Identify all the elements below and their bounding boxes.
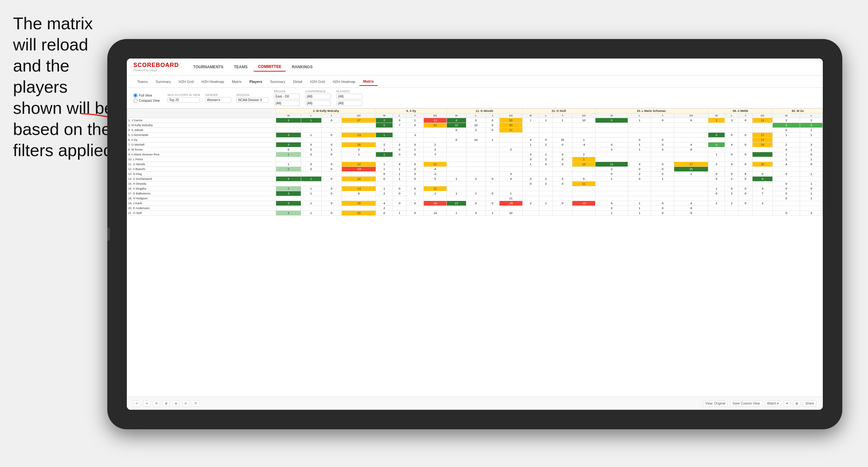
sub-nav-detail[interactable]: Detail <box>289 78 306 86</box>
sh-t2: T <box>406 114 424 118</box>
nav-tournaments[interactable]: TOURNAMENTS <box>189 63 228 71</box>
header-mulcahy: 2. M Kelly Mulcahy <box>276 108 376 114</box>
sub-nav-h2h-heatmap[interactable]: H2H Heatmap <box>197 78 228 86</box>
full-view-radio[interactable] <box>133 93 137 98</box>
full-view-label: Full View <box>139 94 152 97</box>
nav-teams[interactable]: TEAMS <box>229 63 252 71</box>
logo-powered: Powered by clippd <box>133 69 179 72</box>
full-view-option[interactable]: Full View <box>133 93 160 98</box>
sh-w6: W <box>708 114 724 118</box>
sh-l7: L <box>800 114 823 118</box>
matrix-content[interactable]: 2. M Kelly Mulcahy 6. A Dy 11. G Woods 2… <box>127 108 823 397</box>
sh-l6: L <box>725 114 739 118</box>
view-original-button[interactable]: View: Original <box>703 400 728 406</box>
player-name: 5. A Nomrowski <box>127 133 276 137</box>
sub-nav-h2h-grid2[interactable]: H2H Grid <box>306 78 329 86</box>
sh-l3: L <box>466 114 486 118</box>
region-select-2[interactable]: (All) <box>274 100 300 106</box>
sh-t6: T <box>739 114 752 118</box>
tablet-device: SCOREBOARD Powered by clippd TOURNAMENTS… <box>107 39 842 429</box>
compact-view-radio[interactable] <box>133 98 137 103</box>
player-name: 3. S Jelinek <box>127 128 276 133</box>
sub-nav-summary[interactable]: Summary <box>152 78 175 86</box>
gender-select[interactable]: Women's Men's <box>205 97 231 103</box>
division-label: Division <box>237 93 269 97</box>
sub-nav-matrix[interactable]: Matrix <box>228 78 246 86</box>
zoom-out-icon: ⊖ <box>175 402 177 405</box>
sub-nav-summary2[interactable]: Summary <box>266 78 289 86</box>
region-label: Region <box>274 90 300 93</box>
conference-select-1[interactable]: (All) <box>305 94 331 99</box>
fit-icon: ⊙ <box>184 402 187 405</box>
player-name: 13. N Klug <box>127 172 276 177</box>
player-name: 8. M Torres <box>127 147 276 152</box>
logo-scoreboard: SCOREBOARD <box>133 62 179 69</box>
region-select-1[interactable]: East - DII (All) <box>274 94 300 99</box>
table-row: 13. N Klug 010-2 3 0201 0080 01 <box>127 172 823 177</box>
sh-w2: W <box>376 114 393 118</box>
sub-nav-teams[interactable]: Teams <box>133 78 152 86</box>
conference-filter: Conference (All) (All) <box>305 90 331 106</box>
player-name: 18. H Hodgson <box>127 196 276 201</box>
table-row: 17. D Ballesteros 3106 2011 1101 0207 01 <box>127 191 823 196</box>
player-name: 2. M Kelly Mulcahy <box>127 123 276 128</box>
grid-button[interactable]: ⊞ <box>793 400 800 406</box>
tablet-screen: SCOREBOARD Powered by clippd TOURNAMENTS… <box>127 59 823 410</box>
view-original-label: View: Original <box>705 402 725 405</box>
player-name: 21. O Stoll <box>127 211 276 216</box>
sub-nav-h2h-grid[interactable]: H2H Grid <box>175 78 197 86</box>
fit-button[interactable]: ⊙ <box>182 400 189 406</box>
gender-label: Gender <box>205 93 231 97</box>
sh-l5: L <box>628 114 651 118</box>
conference-select-2[interactable]: (All) <box>305 100 331 106</box>
zoom-in-button[interactable]: ⊕ <box>163 400 170 406</box>
share-button[interactable]: Share <box>803 400 816 406</box>
grid-icon: ⊞ <box>796 402 798 405</box>
zoom-out-button[interactable]: ⊖ <box>173 400 180 406</box>
sub-nav-h2h-heatmap2[interactable]: H2H Heatmap <box>329 78 359 86</box>
save-custom-button[interactable]: Save Custom View <box>730 400 762 406</box>
sh-l4: L <box>539 114 553 118</box>
compact-view-label: Compact View <box>139 99 160 102</box>
share-label: Share <box>805 402 814 405</box>
timer-icon: ⏱ <box>194 402 197 405</box>
star-icon: ✦ <box>786 402 788 405</box>
sh-w4: W <box>522 114 539 118</box>
table-row: 10. L Perini 0201 11 <box>127 157 823 162</box>
player-name: 14. S Srichantamit <box>127 177 276 182</box>
division-select[interactable]: NCAA Division II NCAA Division I NCAA Di… <box>237 97 269 103</box>
table-row: 9. A Maria Jimenez Rios 1001 100-7 0102 … <box>127 152 823 157</box>
redo-button[interactable]: ↪ <box>143 400 150 406</box>
table-row: 2. M Kelly Mulcahy 07040 1010050 06 <box>127 123 823 128</box>
player-name: 17. D Ballesteros <box>127 191 276 196</box>
player-name: 7. O Mitchell <box>127 143 276 147</box>
sub-nav-players[interactable]: Players <box>246 78 266 86</box>
nav-committee[interactable]: COMMITTEE <box>253 62 286 71</box>
sub-nav-matrix2[interactable]: Matrix <box>359 77 378 86</box>
view-options: Full View Compact View <box>133 93 160 103</box>
nav-rankings[interactable]: RANKINGS <box>287 63 317 71</box>
sh-dif3: Dif <box>499 114 523 118</box>
sh-t4: T <box>553 114 572 118</box>
sh-l1: L <box>301 114 321 118</box>
refresh-icon: ⟳ <box>155 402 158 405</box>
star-button[interactable]: ✦ <box>783 400 790 406</box>
header-dy: 6. A Dy <box>376 108 446 114</box>
max-players-select[interactable]: Top 25 Top 50 All <box>167 97 200 103</box>
table-row: 21. O Stoll 41033 01014 13110 1109 03 <box>127 211 823 216</box>
sh-w5: W <box>595 114 628 118</box>
player-name: 10. L Perini <box>127 157 276 162</box>
watch-button[interactable]: Watch ▾ <box>765 400 781 406</box>
table-row: 15. H Stranda 02011 01 <box>127 182 823 186</box>
timer-button[interactable]: ⏱ <box>192 400 200 406</box>
refresh-button[interactable]: ⟳ <box>153 400 160 406</box>
players-select-1[interactable]: (All) <box>336 94 362 99</box>
compact-view-option[interactable]: Compact View <box>133 98 160 103</box>
filters-area: Full View Compact View Max players in vi… <box>127 88 823 108</box>
player-name: 12. A Bianchi <box>127 167 276 172</box>
players-select-2[interactable]: (All) <box>336 100 362 106</box>
player-name: 19. J Kanh <box>127 201 276 206</box>
undo-button[interactable]: ↩ <box>133 400 141 406</box>
sh-dif4: Dif <box>572 114 595 118</box>
header-player-name <box>127 108 276 118</box>
